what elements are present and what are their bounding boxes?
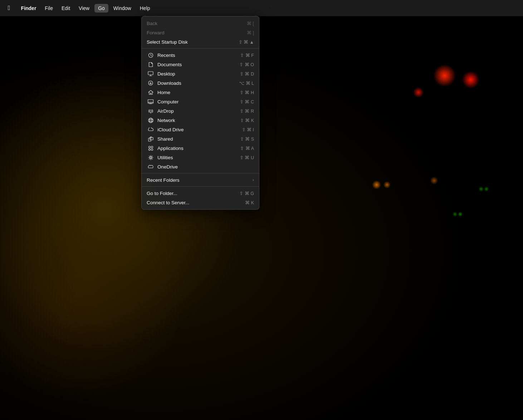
desktop-icon [147,71,155,76]
window-menu[interactable]: Window [110,4,135,13]
svg-point-22 [148,148,150,150]
desktop-background [0,0,523,420]
svg-point-21 [151,146,153,148]
menu-item-network[interactable]: Network ⇧ ⌘ K [142,116,259,125]
menu-item-shared[interactable]: Shared ⇧ ⌘ S [142,134,259,143]
utilities-icon [147,155,155,160]
menu-item-back[interactable]: Back ⌘ [ [142,19,259,28]
onedrive-icon [147,165,155,169]
svg-line-30 [151,158,152,159]
svg-line-32 [149,158,150,159]
menu-item-icloud-drive[interactable]: iCloud Drive ⇧ ⌘ I [142,125,259,134]
menu-item-documents[interactable]: Documents ⇧ ⌘ O [142,60,259,69]
shared-icon [147,136,155,142]
menu-item-utilities[interactable]: Utilities ⇧ ⌘ U [142,153,259,162]
svg-rect-3 [148,72,153,75]
menu-item-forward[interactable]: Forward ⌘ ] [142,28,259,37]
applications-icon [147,146,155,151]
computer-icon [147,99,155,104]
view-menu[interactable]: View [75,4,93,13]
svg-rect-8 [148,99,153,103]
menu-item-airdrop[interactable]: AirDrop ⇧ ⌘ R [142,106,259,116]
svg-point-15 [150,118,152,123]
svg-point-20 [148,146,150,148]
menu-item-onedrive[interactable]: OneDrive [142,162,259,171]
separator-3 [142,186,259,187]
separator-1 [142,48,259,49]
svg-line-31 [151,156,152,157]
menu-item-go-to-folder[interactable]: Go to Folder... ⇧ ⌘ G [142,189,259,198]
file-menu[interactable]: File [41,4,57,13]
go-menu[interactable]: Go [94,4,108,13]
svg-point-12 [150,110,152,112]
menu-item-applications[interactable]: Applications ⇧ ⌘ A [142,143,259,153]
menu-item-connect-to-server[interactable]: Connect to Server... ⌘ K [142,198,259,207]
menu-item-recents[interactable]: Recents ⇧ ⌘ F [142,50,259,60]
chevron-right-icon: › [253,177,254,182]
svg-line-2 [151,55,152,56]
edit-menu[interactable]: Edit [58,4,74,13]
airdrop-icon [147,108,155,114]
network-icon [147,118,155,123]
menu-item-downloads[interactable]: Downloads ⌥ ⌘ L [142,78,259,88]
menu-item-computer[interactable]: Computer ⇧ ⌘ C [142,97,259,106]
menu-item-desktop[interactable]: Desktop ⇧ ⌘ D [142,69,259,78]
finder-menu[interactable]: Finder [18,4,40,13]
svg-point-23 [151,148,153,150]
svg-line-29 [149,156,150,157]
help-menu[interactable]: Help [136,4,154,13]
menu-item-select-startup-disk[interactable]: Select Startup Disk ⇧ ⌘ ▲ [142,37,259,47]
icloud-icon [147,127,155,132]
document-icon [147,62,155,67]
home-icon [147,90,155,95]
menu-item-recent-folders[interactable]: Recent Folders › [142,175,259,185]
go-dropdown-menu: Back ⌘ [ Forward ⌘ ] Select Startup Disk… [141,16,259,210]
menubar:  Finder File Edit View Go Window Help [0,0,523,16]
apple-menu[interactable]:  [4,3,14,13]
clock-icon [147,53,155,58]
separator-2 [142,173,259,174]
svg-point-14 [148,118,153,123]
menu-item-home[interactable]: Home ⇧ ⌘ H [142,88,259,97]
downloads-icon [147,80,155,86]
